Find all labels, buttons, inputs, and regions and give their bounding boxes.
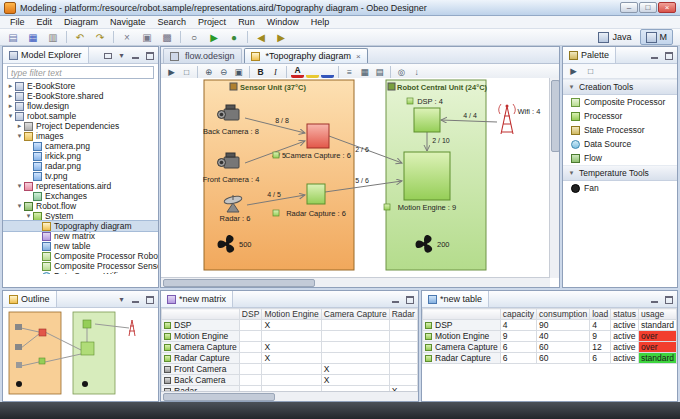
tree-item-project-dependencies[interactable]: ▸Project Dependencies bbox=[3, 121, 158, 131]
table-cell-load[interactable]: 12 bbox=[590, 342, 611, 353]
matrix-cell[interactable] bbox=[389, 375, 417, 386]
tree-item-flow-design[interactable]: ▸flow.design bbox=[3, 101, 158, 111]
select-tool-icon[interactable]: ▶ bbox=[567, 65, 580, 77]
canvas-horizontal-scrollbar[interactable] bbox=[161, 277, 550, 287]
filter-input[interactable] bbox=[7, 66, 154, 79]
zoom-out-icon[interactable]: ⊖ bbox=[217, 66, 230, 78]
table-cell-status[interactable]: active bbox=[611, 331, 639, 342]
marquee-tool-icon[interactable]: □ bbox=[584, 65, 597, 77]
table-cell-consumption[interactable]: 60 bbox=[537, 342, 590, 353]
matrix-cell[interactable] bbox=[239, 364, 262, 375]
tree-item-robot-flow[interactable]: ▾Robot.flow bbox=[3, 201, 158, 211]
horizontal-scrollbar-thumb[interactable] bbox=[163, 279, 315, 287]
maximize-view-icon[interactable] bbox=[144, 50, 155, 61]
matrix-cell[interactable] bbox=[321, 342, 389, 353]
editor-tab-flow-odesign[interactable]: flow.odesign bbox=[163, 48, 242, 63]
outline-tab[interactable]: Outline bbox=[3, 291, 57, 307]
minimize-window-button[interactable]: – bbox=[620, 2, 638, 13]
new-icon[interactable]: ▤ bbox=[4, 29, 22, 45]
minimize-view-icon[interactable] bbox=[130, 294, 141, 305]
palette-group-creation-tools[interactable]: ▾Creation Tools bbox=[563, 79, 677, 95]
table-cell-status[interactable]: active bbox=[611, 320, 639, 331]
maximize-view-icon[interactable] bbox=[663, 294, 674, 305]
palette-tool-fan[interactable]: Fan bbox=[563, 181, 677, 195]
tree-item-tv-png[interactable]: tv.png bbox=[3, 171, 158, 181]
maximize-view-icon[interactable] bbox=[404, 294, 415, 305]
tree-item-camera-png[interactable]: camera.png bbox=[3, 141, 158, 151]
redo-icon[interactable]: ↷ bbox=[91, 29, 109, 45]
bold-icon[interactable]: B bbox=[254, 66, 267, 78]
table-cell-status[interactable]: active bbox=[611, 342, 639, 353]
print-icon[interactable]: ▥ bbox=[44, 29, 62, 45]
matrix-cell[interactable] bbox=[262, 331, 321, 342]
maximize-view-icon[interactable] bbox=[663, 50, 674, 61]
minimize-view-icon[interactable] bbox=[130, 50, 141, 61]
tree-twisty-icon[interactable]: ▾ bbox=[24, 212, 33, 220]
matrix-cell[interactable] bbox=[239, 331, 262, 342]
align-icon[interactable]: ≡ bbox=[343, 66, 356, 78]
table-cell-load[interactable]: 9 bbox=[590, 331, 611, 342]
line-color-icon[interactable] bbox=[321, 66, 334, 78]
palette-tool-processor[interactable]: Processor bbox=[563, 109, 677, 123]
tree-item-exchanges[interactable]: Exchanges bbox=[3, 191, 158, 201]
table-cell-consumption[interactable]: 40 bbox=[537, 331, 590, 342]
palette-tool-state-processor[interactable]: State Processor bbox=[563, 123, 677, 137]
zoom-in-icon[interactable]: ⊕ bbox=[202, 66, 215, 78]
table-cell-capacity[interactable]: 9 bbox=[500, 331, 536, 342]
font-color-icon[interactable]: A bbox=[291, 66, 304, 78]
view-menu-icon[interactable]: ▾ bbox=[116, 294, 127, 305]
tree-item-composite-processor-robot-central-unit[interactable]: Composite Processor Robot Central Unit bbox=[3, 251, 158, 261]
editor-tab--topography-diagram[interactable]: *Topography diagram× bbox=[244, 48, 368, 63]
matrix-cell[interactable] bbox=[389, 353, 417, 364]
palette-group-temperature-tools[interactable]: ▾Temperature Tools bbox=[563, 165, 677, 181]
palette-tool-data-source[interactable]: Data Source bbox=[563, 137, 677, 151]
table-cell-capacity[interactable]: 6 bbox=[500, 353, 536, 364]
canvas-vertical-scrollbar[interactable] bbox=[549, 78, 559, 278]
tree-twisty-icon[interactable]: ▾ bbox=[6, 112, 15, 120]
tree-twisty-icon[interactable]: ▾ bbox=[15, 132, 24, 140]
menu-run[interactable]: Run bbox=[232, 17, 261, 27]
tree-item-radar-png[interactable]: radar.png bbox=[3, 161, 158, 171]
tree-twisty-icon[interactable]: ▾ bbox=[15, 182, 24, 190]
tree-item-topography-diagram[interactable]: Topography diagram bbox=[3, 221, 158, 231]
tree-twisty-icon[interactable]: ▾ bbox=[15, 202, 24, 210]
matrix-cell[interactable] bbox=[262, 375, 321, 386]
matrix-cell[interactable] bbox=[239, 375, 262, 386]
palette-tab[interactable]: Palette bbox=[563, 47, 616, 63]
matrix-cell[interactable] bbox=[262, 364, 321, 375]
collapse-all-icon[interactable] bbox=[102, 50, 113, 61]
matrix-cell[interactable] bbox=[389, 320, 417, 331]
matrix-cell[interactable] bbox=[389, 342, 417, 353]
minimize-view-icon[interactable] bbox=[649, 50, 660, 61]
close-tab-icon[interactable]: × bbox=[356, 52, 361, 61]
matrix-cell[interactable] bbox=[321, 320, 389, 331]
table-tab[interactable]: *new table bbox=[422, 291, 489, 307]
tree-item-robot-sample[interactable]: ▾robot.sample bbox=[3, 111, 158, 121]
horizontal-scrollbar-thumb[interactable] bbox=[163, 393, 275, 401]
debug-icon[interactable]: ● bbox=[225, 29, 243, 45]
table-cell-usage[interactable]: over bbox=[639, 331, 677, 342]
layout-icon[interactable]: ▦ bbox=[358, 66, 371, 78]
model-explorer-tab[interactable]: Model Explorer bbox=[3, 47, 89, 63]
run-icon[interactable]: ▶ bbox=[205, 29, 223, 45]
matrix-cell[interactable] bbox=[239, 342, 262, 353]
tree-item-data-source-wifi[interactable]: Data Source Wifi bbox=[3, 271, 158, 274]
diagram-canvas[interactable]: Sensor Unit (37°C)Robot Central Unit (24… bbox=[161, 78, 559, 287]
matrix-tab[interactable]: *new matrix bbox=[161, 291, 233, 307]
node-wifi[interactable]: Wifi : 4 bbox=[499, 104, 541, 134]
table-cell-load[interactable]: 4 bbox=[590, 320, 611, 331]
search-icon[interactable]: ○ bbox=[185, 29, 203, 45]
menu-help[interactable]: Help bbox=[305, 17, 336, 27]
export-diagram-icon[interactable]: ↓ bbox=[410, 66, 423, 78]
table-cell-consumption[interactable]: 90 bbox=[537, 320, 590, 331]
table-cell-load[interactable]: 6 bbox=[590, 353, 611, 364]
table-cell-usage[interactable]: over bbox=[639, 342, 677, 353]
topography-diagram[interactable]: Sensor Unit (37°C)Robot Central Unit (24… bbox=[161, 78, 550, 278]
visibility-icon[interactable]: ◎ bbox=[395, 66, 408, 78]
menu-project[interactable]: Project bbox=[192, 17, 232, 27]
matrix-cell[interactable] bbox=[239, 320, 262, 331]
matrix-cell[interactable]: X bbox=[262, 353, 321, 364]
table-cell-capacity[interactable]: 4 bbox=[500, 320, 536, 331]
tree-item-new-table[interactable]: new table bbox=[3, 241, 158, 251]
menu-window[interactable]: Window bbox=[261, 17, 305, 27]
